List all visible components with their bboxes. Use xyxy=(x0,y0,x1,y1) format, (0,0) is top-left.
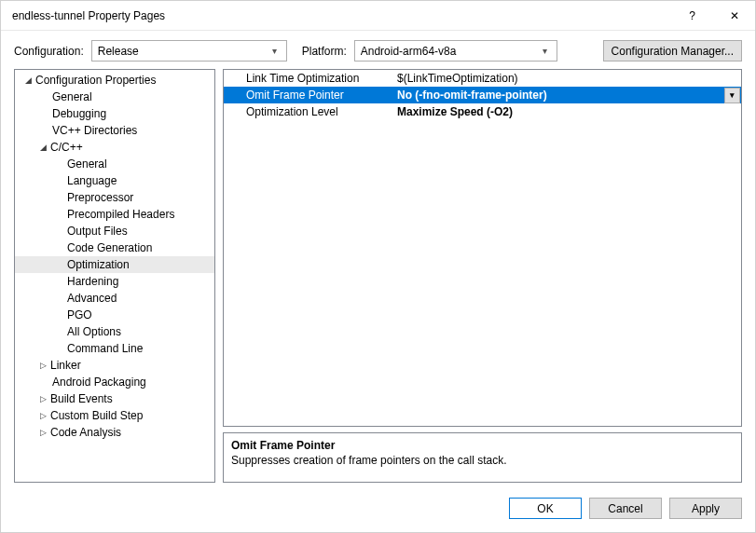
tree-item-cc-optimization[interactable]: Optimization xyxy=(15,256,214,273)
tree-item-cc-cmdline[interactable]: Command Line xyxy=(15,340,214,357)
tree-item-vcdirs[interactable]: VC++ Directories xyxy=(15,122,214,139)
description-text: Suppresses creation of frame pointers on… xyxy=(231,454,734,467)
expander-closed-icon: ▷ xyxy=(37,410,48,421)
configuration-manager-button[interactable]: Configuration Manager... xyxy=(603,40,742,62)
footer: OK Cancel Apply xyxy=(1,486,755,532)
configuration-value: Release xyxy=(98,45,268,58)
tree-item-cc-output[interactable]: Output Files xyxy=(15,223,214,239)
chevron-down-icon: ▾ xyxy=(268,46,282,56)
cancel-button[interactable]: Cancel xyxy=(589,498,662,519)
close-button[interactable]: ✕ xyxy=(713,1,755,31)
tree-item-cc-advanced[interactable]: Advanced xyxy=(15,290,214,307)
grid-value: No (-fno-omit-frame-pointer) ▾ xyxy=(395,88,741,103)
grid-row-lto[interactable]: Link Time Optimization $(LinkTimeOptimiz… xyxy=(224,70,741,87)
grid-value: Maximize Speed (-O2) xyxy=(395,105,741,118)
expander-closed-icon: ▷ xyxy=(37,360,48,371)
expander-closed-icon: ▷ xyxy=(37,427,48,438)
expander-open-icon: ◢ xyxy=(37,142,48,153)
chevron-down-icon: ▾ xyxy=(730,90,735,100)
expander-open-icon: ◢ xyxy=(22,75,34,86)
tree-item-code-analysis[interactable]: ▷ Code Analysis xyxy=(15,424,214,441)
navigation-tree[interactable]: ◢ Configuration Properties General Debug… xyxy=(14,69,215,483)
tree-item-cc-allopt[interactable]: All Options xyxy=(15,323,214,340)
tree-item-cc-pgo[interactable]: PGO xyxy=(15,307,214,323)
tree-item-debugging[interactable]: Debugging xyxy=(15,105,214,122)
tree-item-cc-preproc[interactable]: Preprocessor xyxy=(15,189,214,206)
tree-item-cc-general[interactable]: General xyxy=(15,156,214,172)
tree-item-ccpp[interactable]: ◢ C/C++ xyxy=(15,139,214,156)
configuration-combo[interactable]: Release ▾ xyxy=(91,40,287,62)
tree-item-build-events[interactable]: ▷ Build Events xyxy=(15,390,214,407)
tree-item-custom-build-step[interactable]: ▷ Custom Build Step xyxy=(15,407,214,424)
tree-root-config-props[interactable]: ◢ Configuration Properties xyxy=(15,72,214,89)
tree-item-cc-language[interactable]: Language xyxy=(15,172,214,189)
apply-button[interactable]: Apply xyxy=(669,498,742,519)
window-title: endless-tunnel Property Pages xyxy=(12,9,671,22)
chevron-down-icon: ▾ xyxy=(538,46,553,56)
grid-value: $(LinkTimeOptimization) xyxy=(395,72,741,85)
grid-row-omit-frame-pointer[interactable]: Omit Frame Pointer No (-fno-omit-frame-p… xyxy=(224,87,741,103)
toolbar: Configuration: Release ▾ Platform: Andro… xyxy=(1,31,755,69)
grid-key: Optimization Level xyxy=(224,105,395,118)
platform-combo[interactable]: Android-arm64-v8a ▾ xyxy=(354,40,557,62)
tree-item-android-packaging[interactable]: Android Packaging xyxy=(15,374,214,390)
configuration-label: Configuration: xyxy=(14,45,84,58)
tree-item-cc-hardening[interactable]: Hardening xyxy=(15,273,214,290)
description-title: Omit Frame Pointer xyxy=(231,439,734,452)
grid-key: Omit Frame Pointer xyxy=(224,89,395,102)
grid-row-optimization-level[interactable]: Optimization Level Maximize Speed (-O2) xyxy=(224,103,741,120)
tree-item-linker[interactable]: ▷ Linker xyxy=(15,357,214,374)
tree-item-general[interactable]: General xyxy=(15,89,214,105)
content-area: ◢ Configuration Properties General Debug… xyxy=(1,69,755,486)
tree-item-cc-pch[interactable]: Precompiled Headers xyxy=(15,206,214,223)
close-icon: ✕ xyxy=(730,9,739,22)
grid-key: Link Time Optimization xyxy=(224,72,395,85)
dropdown-button[interactable]: ▾ xyxy=(724,88,740,103)
description-panel: Omit Frame Pointer Suppresses creation o… xyxy=(223,432,742,483)
right-pane: Link Time Optimization $(LinkTimeOptimiz… xyxy=(223,69,742,483)
titlebar: endless-tunnel Property Pages ? ✕ xyxy=(1,1,755,31)
ok-button[interactable]: OK xyxy=(509,498,582,519)
property-grid[interactable]: Link Time Optimization $(LinkTimeOptimiz… xyxy=(223,69,742,427)
property-pages-dialog: endless-tunnel Property Pages ? ✕ Config… xyxy=(0,0,756,533)
platform-label: Platform: xyxy=(302,45,347,58)
expander-closed-icon: ▷ xyxy=(37,393,48,404)
tree-item-cc-codegen[interactable]: Code Generation xyxy=(15,239,214,256)
help-button[interactable]: ? xyxy=(671,1,713,31)
platform-value: Android-arm64-v8a xyxy=(361,45,538,58)
